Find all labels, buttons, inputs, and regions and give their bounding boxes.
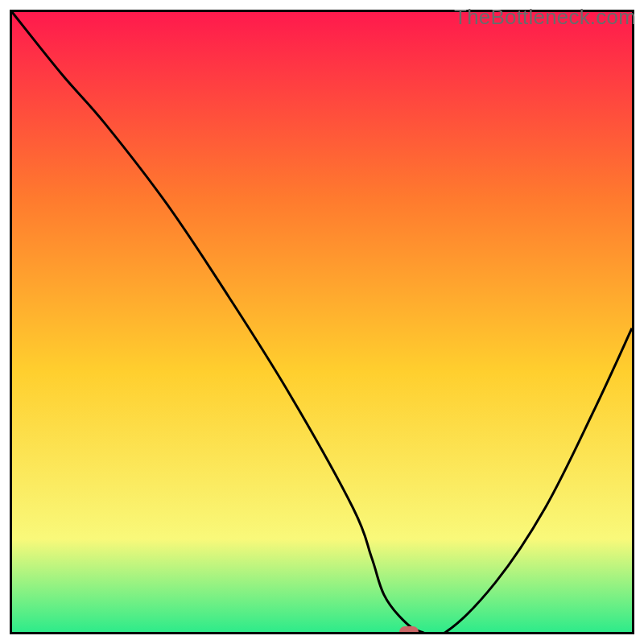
plot-area	[10, 10, 634, 634]
bottleneck-curve	[12, 12, 632, 632]
bottleneck-chart: TheBottleneck.com	[0, 0, 644, 644]
curve-path	[12, 12, 632, 632]
selected-point-marker	[399, 626, 419, 634]
watermark-text: TheBottleneck.com	[454, 5, 636, 30]
